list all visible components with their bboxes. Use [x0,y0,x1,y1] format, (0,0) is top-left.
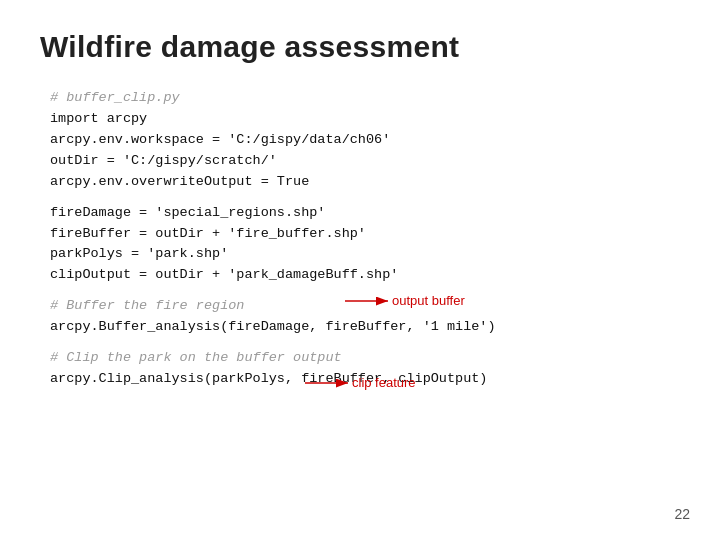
code-line-13: arcpy.Buffer_analysis(fireDamage, fireBu… [50,317,680,338]
code-line-10: clipOutput = outDir + 'park_damageBuff.s… [50,265,680,286]
page-number: 22 [674,506,690,522]
code-line-4: outDir = 'C:/gispy/scratch/' [50,151,680,172]
slide-title: Wildfire damage assessment [40,30,680,64]
code-line-9: parkPolys = 'park.shp' [50,244,680,265]
clip-feature-label: clip feature [352,375,416,390]
output-buffer-label: output buffer [392,293,465,308]
code-section-imports: # buffer_clip.py import arcpy arcpy.env.… [50,88,680,193]
clip-feature-arrow-svg: clip feature [300,368,460,398]
code-line-2: import arcpy [50,109,680,130]
code-comment-3: # Clip the park on the buffer output [50,348,680,369]
code-section-vars: fireDamage = 'special_regions.shp' fireB… [50,203,680,287]
code-block: # buffer_clip.py import arcpy arcpy.env.… [50,88,680,390]
output-buffer-annotation: output buffer [340,286,500,320]
code-line-5: arcpy.env.overwriteOutput = True [50,172,680,193]
code-comment-1: # buffer_clip.py [50,88,680,109]
slide: Wildfire damage assessment # buffer_clip… [0,0,720,540]
code-line-3: arcpy.env.workspace = 'C:/gispy/data/ch0… [50,130,680,151]
code-line-7: fireDamage = 'special_regions.shp' [50,203,680,224]
code-line-8: fireBuffer = outDir + 'fire_buffer.shp' [50,224,680,245]
output-buffer-arrow-svg: output buffer [340,286,500,316]
clip-feature-annotation: clip feature [300,368,460,402]
